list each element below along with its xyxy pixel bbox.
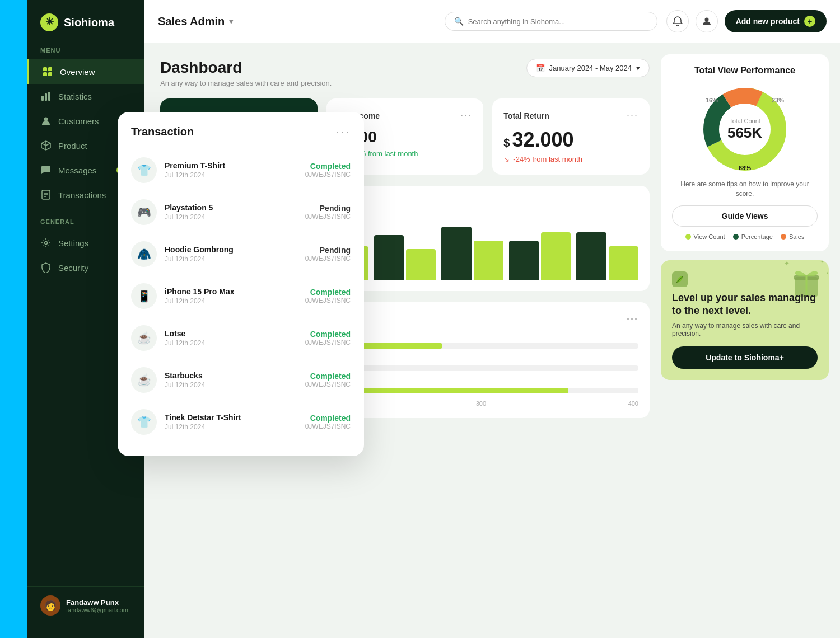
donut-center: Total Count 565K: [727, 118, 762, 142]
add-product-button[interactable]: Add new product +: [725, 10, 827, 32]
guide-views-button[interactable]: Guide Views: [672, 205, 818, 227]
message-icon: [40, 165, 52, 176]
total-return-change: ↘ -24% from last month: [503, 155, 638, 163]
sidebar-item-statistics[interactable]: Statistics: [27, 84, 144, 109]
transaction-item[interactable]: 👕 Tinek Detstar T-Shirt Jul 12th 2024 Co…: [131, 401, 351, 443]
search-input[interactable]: [468, 17, 648, 26]
svg-point-9: [44, 118, 48, 121]
performance-card: Total View Performance Total Cou: [661, 54, 829, 251]
user-name: Fandaww Punx: [66, 598, 131, 607]
transaction-menu[interactable]: ···: [336, 125, 351, 138]
tx-code: 0JWEJS7ISNC: [305, 171, 351, 179]
user-info: Fandaww Punx fandaww6@gmail.com: [66, 598, 131, 613]
bar-group: [509, 232, 571, 280]
tx-info: Playstation 5 Jul 12th 2024: [165, 203, 297, 221]
svg-text:✦: ✦: [826, 271, 829, 275]
search-icon: 🔍: [454, 17, 464, 26]
report-menu[interactable]: ···: [627, 313, 638, 325]
title-chevron-icon[interactable]: ▾: [229, 17, 233, 26]
avatar: 🧑: [40, 595, 60, 616]
profile-button[interactable]: [696, 10, 718, 32]
tx-icon: 🎮: [131, 199, 157, 225]
pct-16-label: 16%: [706, 97, 718, 104]
date-range-button[interactable]: 📅 January 2024 - May 2024 ▾: [526, 59, 650, 77]
sidebar-item-label: Overview: [60, 67, 95, 77]
bar-group: [441, 227, 503, 280]
svg-text:✦: ✦: [820, 260, 824, 264]
sales-dot: [781, 234, 786, 240]
tx-icon: ☕: [131, 325, 157, 351]
tx-status: Completed: [305, 162, 351, 171]
tx-icon: ☕: [131, 367, 157, 393]
tx-info: Tinek Detstar T-Shirt Jul 12th 2024: [165, 413, 297, 431]
income-bar: [509, 241, 539, 280]
svg-rect-7: [45, 93, 47, 101]
promo-icon: [672, 271, 818, 289]
expense-bar: [474, 241, 503, 280]
notifications-button[interactable]: [666, 10, 689, 32]
transaction-item[interactable]: ☕ Lotse Jul 12th 2024 Completed 0JWEJS7I…: [131, 317, 351, 359]
svg-text:✳: ✳: [45, 16, 54, 27]
sidebar-item-label: Transactions: [58, 190, 106, 200]
transaction-item[interactable]: 🎮 Playstation 5 Jul 12th 2024 Pending 0J…: [131, 191, 351, 233]
promo-card: ✦ ✦ ✦ Level up your sales managing to th…: [661, 260, 829, 381]
tx-status: Completed: [305, 330, 351, 339]
shield-icon: [40, 262, 52, 273]
tx-status: Completed: [305, 414, 351, 423]
tx-icon: 👕: [131, 157, 157, 183]
dashboard-title-group: Dashboard An any way to manage sales wit…: [160, 59, 332, 87]
user-email: fandaww6@gmail.com: [66, 607, 131, 613]
transaction-item[interactable]: 🧥 Hoodie Gombrong Jul 12th 2024 Pending …: [131, 233, 351, 275]
calendar-icon: 📅: [536, 64, 545, 72]
svg-point-15: [704, 18, 708, 22]
accent-bar: [0, 0, 27, 638]
legend-view-count: View Count: [685, 233, 725, 240]
tx-date: Jul 12th 2024: [165, 297, 297, 305]
tx-info: iPhone 15 Pro Max Jul 12th 2024: [165, 287, 297, 305]
topbar-title: Sales Admin ▾: [158, 15, 233, 28]
tx-name: Tinek Detstar T-Shirt: [165, 413, 297, 422]
user-profile[interactable]: 🧑 Fandaww Punx fandaww6@gmail.com: [27, 586, 144, 625]
expense-bar: [609, 246, 638, 280]
transaction-panel: Transaction ··· 👕 Premium T-Shirt Jul 12…: [118, 112, 364, 456]
sidebar-item-label: Customers: [58, 116, 99, 126]
promo-button[interactable]: Update to Siohioma+: [672, 346, 818, 369]
tx-right: Completed 0JWEJS7ISNC: [305, 330, 351, 346]
plus-circle-icon: +: [804, 16, 815, 27]
transaction-item[interactable]: 👕 Premium T-Shirt Jul 12th 2024 Complete…: [131, 149, 351, 191]
tx-right: Completed 0JWEJS7ISNC: [305, 372, 351, 388]
tx-code: 0JWEJS7ISNC: [305, 339, 351, 346]
total-return-value: 32.000: [512, 128, 573, 152]
transaction-item[interactable]: ☕ Starbucks Jul 12th 2024 Completed 0JWE…: [131, 359, 351, 401]
net-income-menu[interactable]: ···: [460, 110, 472, 121]
total-return-amount: $ 32.000: [503, 128, 638, 152]
tx-icon: 📱: [131, 283, 157, 309]
pct-68-label: 68%: [739, 165, 751, 171]
tx-right: Pending 0JWEJS7ISNC: [305, 246, 351, 262]
transaction-item[interactable]: 📱 iPhone 15 Pro Max Jul 12th 2024 Comple…: [131, 275, 351, 317]
total-return-header: Total Return ···: [503, 110, 638, 121]
promo-title: Level up your sales managing to the next…: [672, 292, 818, 318]
tx-info: Hoodie Gombrong Jul 12th 2024: [165, 245, 297, 263]
total-return-title: Total Return: [503, 111, 549, 120]
dashboard-title: Dashboard: [160, 59, 332, 77]
date-range-chevron: ▾: [636, 64, 640, 72]
tx-code: 0JWEJS7ISNC: [305, 297, 351, 304]
sidebar-item-overview[interactable]: Overview: [27, 59, 144, 84]
total-return-menu[interactable]: ···: [627, 110, 638, 121]
svg-rect-6: [41, 96, 44, 101]
transaction-header: Transaction ···: [131, 125, 351, 138]
tx-status: Pending: [305, 246, 351, 255]
tx-name: Lotse: [165, 329, 297, 338]
total-return-card: Total Return ··· $ 32.000 ↘ -24% from la…: [492, 98, 650, 175]
search-container: 🔍: [445, 12, 657, 31]
sidebar-logo[interactable]: ✳ Siohioma: [27, 13, 144, 47]
donut-hint: Here are some tips on how to improve you…: [672, 180, 818, 199]
grid-icon: [42, 66, 53, 77]
view-count-dot: [685, 234, 691, 240]
tx-right: Completed 0JWEJS7ISNC: [305, 414, 351, 430]
logo-text: Siohioma: [64, 16, 114, 29]
tx-name: Starbucks: [165, 371, 297, 380]
dashboard-header: Dashboard An any way to manage sales wit…: [160, 59, 650, 87]
bar-chart-icon: [40, 91, 52, 102]
